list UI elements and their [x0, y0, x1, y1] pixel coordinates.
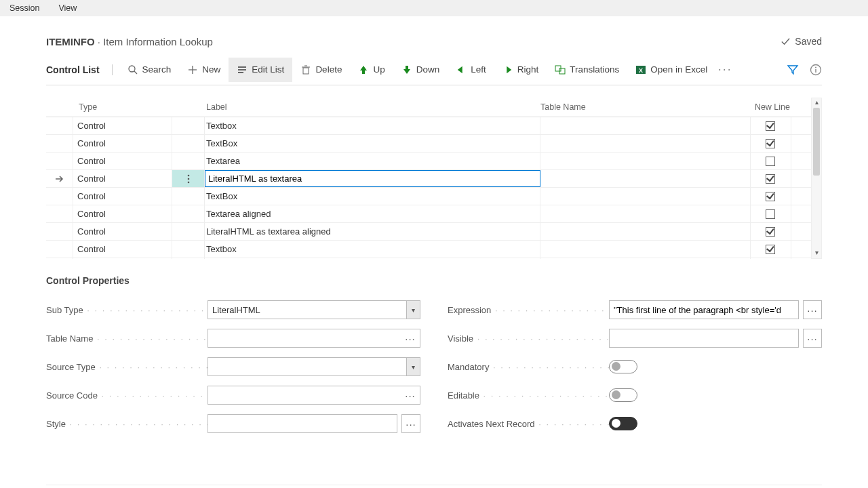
col-header-type[interactable]: Type — [73, 102, 172, 112]
table-row[interactable]: ControlTextarea — [46, 152, 811, 170]
row-menu-button[interactable] — [172, 170, 205, 187]
cell-table[interactable] — [540, 205, 751, 222]
col-header-label[interactable]: Label — [205, 102, 540, 112]
cell-type[interactable]: Control — [73, 170, 172, 187]
subtype-select[interactable]: LiteralHTML ▾ — [208, 300, 420, 319]
cell-label[interactable]: LiteralHTML as textarea aligned — [205, 223, 540, 240]
checkbox-icon[interactable] — [766, 227, 775, 237]
chevron-down-icon[interactable]: ▾ — [406, 301, 420, 319]
row-menu-button[interactable] — [172, 152, 205, 169]
row-menu-button[interactable] — [172, 117, 205, 134]
cell-newline[interactable] — [751, 241, 791, 258]
ellipsis-icon[interactable]: ··· — [401, 386, 420, 405]
cell-label[interactable]: Textbox — [205, 117, 540, 134]
cell-label[interactable]: Textbox — [205, 241, 540, 258]
checkbox-icon[interactable] — [766, 139, 775, 148]
delete-button[interactable]: Delete — [292, 58, 350, 82]
cell-newline[interactable] — [751, 188, 791, 205]
col-header-newline[interactable]: New Line — [751, 102, 791, 112]
search-button[interactable]: Search — [119, 58, 180, 82]
cell-label[interactable]: Textarea — [205, 152, 540, 169]
saved-indicator: Saved — [781, 36, 822, 47]
table-row[interactable]: ControlTextbox — [46, 117, 811, 135]
row-menu-button[interactable] — [172, 205, 205, 222]
ellipsis-icon[interactable]: ··· — [401, 329, 420, 348]
row-menu-button[interactable] — [172, 223, 205, 240]
grid-scrollbar[interactable]: ▴ ▾ — [811, 98, 822, 259]
arrow-right-icon — [502, 64, 513, 75]
open-excel-button[interactable]: X Open in Excel — [627, 58, 715, 82]
cell-table[interactable] — [540, 241, 751, 258]
svg-point-15 — [815, 66, 816, 68]
sourcecode-field[interactable]: ··· — [208, 386, 420, 405]
tablename-field[interactable]: ··· — [208, 329, 420, 348]
cell-label[interactable]: TextBox — [205, 135, 540, 152]
checkbox-icon[interactable] — [766, 157, 775, 166]
row-menu-button[interactable] — [172, 135, 205, 152]
cell-type[interactable]: Control — [73, 135, 172, 152]
translations-button[interactable]: Translations — [547, 58, 627, 82]
table-row[interactable]: ControlTextarea aligned — [46, 205, 811, 223]
down-button[interactable]: Down — [393, 58, 448, 82]
visible-field[interactable] — [609, 329, 799, 348]
activates-toggle[interactable] — [609, 417, 637, 430]
table-row[interactable]: ControlLiteralHTML as textarea aligned — [46, 223, 811, 241]
cell-newline[interactable] — [751, 205, 791, 222]
cell-table[interactable] — [540, 135, 751, 152]
cell-type[interactable]: Control — [73, 205, 172, 222]
cell-table[interactable] — [540, 188, 751, 205]
scroll-up-icon[interactable]: ▴ — [815, 98, 818, 108]
more-actions-button[interactable]: ··· — [715, 58, 734, 82]
left-button[interactable]: Left — [448, 58, 494, 82]
cell-newline[interactable] — [751, 152, 791, 169]
row-menu-button[interactable] — [172, 241, 205, 258]
cell-table[interactable] — [540, 117, 751, 134]
new-button[interactable]: New — [179, 58, 229, 82]
checkbox-icon[interactable] — [766, 245, 775, 254]
table-row[interactable]: ControlTextBox — [46, 188, 811, 205]
cell-newline[interactable] — [751, 135, 791, 152]
cell-table[interactable] — [540, 152, 751, 169]
table-row[interactable]: ControlTextbox — [46, 241, 811, 258]
cell-table[interactable] — [540, 170, 751, 187]
expression-lookup-button[interactable]: ··· — [803, 300, 822, 319]
cell-type[interactable]: Control — [73, 188, 172, 205]
cell-label[interactable] — [205, 170, 540, 187]
row-indicator — [46, 223, 73, 240]
style-lookup-button[interactable]: ··· — [401, 414, 420, 433]
menu-session[interactable]: Session — [9, 3, 39, 13]
label-input[interactable] — [207, 171, 540, 186]
menu-view[interactable]: View — [58, 3, 77, 13]
cell-label[interactable]: TextBox — [205, 188, 540, 205]
cell-type[interactable]: Control — [73, 223, 172, 240]
cell-newline[interactable] — [751, 117, 791, 134]
cell-type[interactable]: Control — [73, 117, 172, 134]
mandatory-toggle[interactable] — [609, 360, 637, 373]
filter-icon[interactable] — [787, 64, 799, 76]
cell-newline[interactable] — [751, 223, 791, 240]
info-icon[interactable] — [810, 64, 822, 76]
table-row[interactable]: ControlTextBox — [46, 135, 811, 152]
up-button[interactable]: Up — [350, 58, 393, 82]
expression-field[interactable] — [609, 300, 799, 319]
visible-lookup-button[interactable]: ··· — [803, 329, 822, 348]
editable-toggle[interactable] — [609, 388, 637, 402]
right-button[interactable]: Right — [494, 58, 547, 82]
cell-label[interactable]: Textarea aligned — [205, 205, 540, 222]
cell-type[interactable]: Control — [73, 241, 172, 258]
cell-table[interactable] — [540, 223, 751, 240]
scroll-down-icon[interactable]: ▾ — [815, 249, 818, 258]
checkbox-icon[interactable] — [766, 192, 775, 201]
cell-type[interactable]: Control — [73, 152, 172, 169]
table-row[interactable]: Control — [46, 170, 811, 188]
cell-newline[interactable] — [751, 170, 791, 187]
col-header-table[interactable]: Table Name — [540, 102, 751, 112]
checkbox-icon[interactable] — [766, 174, 775, 184]
style-field[interactable] — [208, 414, 397, 433]
sourcetype-select[interactable]: ▾ — [208, 357, 420, 376]
row-menu-button[interactable] — [172, 188, 205, 205]
edit-list-button[interactable]: Edit List — [229, 58, 292, 82]
checkbox-icon[interactable] — [766, 121, 775, 131]
checkbox-icon[interactable] — [766, 209, 775, 219]
chevron-down-icon[interactable]: ▾ — [406, 358, 420, 375]
